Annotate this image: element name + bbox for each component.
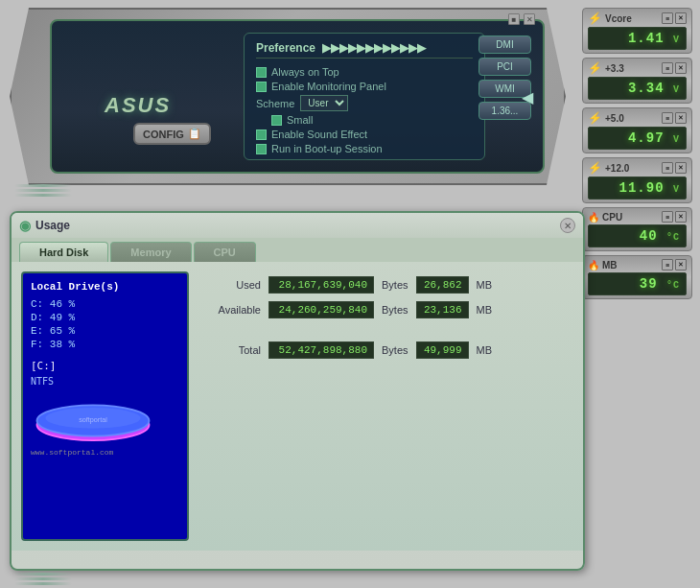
v33-meter: ⚡ +3.3 ≡ ✕ 3.34 V — [582, 58, 692, 104]
total-mb-value: 49,999 — [416, 341, 469, 359]
mb-close-btn[interactable]: ✕ — [675, 259, 687, 270]
vcore-unit: V — [673, 35, 680, 45]
disk-label: [C:] — [31, 360, 57, 372]
close-button[interactable]: ✕ — [524, 13, 535, 25]
stats-panel: Used 28,167,639,040 Bytes 26,862 MB Avai… — [198, 271, 573, 541]
pci-button[interactable]: PCI — [478, 58, 531, 76]
asus-logo: ASUS — [105, 93, 171, 118]
v120-close-btn[interactable]: ✕ — [675, 162, 687, 174]
pref-sound-effect[interactable]: Enable Sound Effect — [256, 129, 473, 140]
cpu-temp-meter: 🔥 CPU ≡ ✕ 40 °C — [582, 207, 692, 251]
pref-monitoring-panel[interactable]: Enable Monitoring Panel — [256, 81, 473, 92]
available-bytes-unit: Bytes — [382, 304, 408, 316]
tab-hard-disk[interactable]: Hard Disk — [19, 242, 108, 262]
v33-close-btn[interactable]: ✕ — [675, 62, 687, 74]
pref-small-row[interactable]: Small — [271, 114, 473, 126]
used-mb-unit: MB — [477, 279, 493, 291]
monitoring-panel-checkbox[interactable] — [256, 82, 267, 92]
v120-meter: ⚡ +12.0 ≡ ✕ 11.90 V — [582, 157, 692, 203]
boot-session-checkbox[interactable] — [256, 144, 267, 154]
config-button[interactable]: CONFIG 📋 — [133, 123, 211, 145]
mb-temp-icon: 🔥 — [588, 260, 599, 270]
cpu-temp-value: 40 — [640, 228, 658, 244]
v33-menu-btn[interactable]: ≡ — [662, 62, 673, 74]
v50-close-btn[interactable]: ✕ — [675, 112, 687, 124]
vcore-label: Vcore — [605, 13, 662, 24]
stat-row-total: Total 52,427,898,880 Bytes 49,999 MB — [203, 341, 569, 359]
total-bytes-value: 52,427,898,880 — [268, 341, 374, 359]
right-panel: ⚡ Vcore ≡ ✕ 1.41 V ⚡ +3.3 ≡ ✕ 3.34 V — [582, 8, 692, 299]
always-on-top-checkbox[interactable] — [256, 67, 267, 78]
drive-c: C: 46 % — [31, 298, 179, 310]
minimize-button[interactable]: ■ — [508, 13, 520, 25]
tab-cpu[interactable]: CPU — [194, 242, 256, 262]
nav-buttons: DMI PCI WMI 1.36... — [478, 35, 531, 120]
lightning-icon-v33: ⚡ — [588, 61, 602, 75]
vcore-display: 1.41 V — [588, 27, 687, 50]
dmi-button[interactable]: DMI — [478, 35, 531, 54]
v50-value: 4.97 — [628, 130, 665, 146]
v120-display: 11.90 V — [588, 176, 687, 200]
pref-always-on-top[interactable]: Always on Top — [256, 66, 473, 78]
cpu-temp-label: CPU — [602, 212, 662, 223]
usage-window: ◉ Usage ✕ Hard Disk Memory CPU Local Dri… — [10, 211, 585, 571]
usage-titlebar: ◉ Usage ✕ — [12, 213, 583, 238]
drive-panel: Local Drive(s) C: 46 % D: 49 % E: 65 % F… — [21, 271, 189, 541]
vcore-close-btn[interactable]: ✕ — [675, 12, 687, 24]
lightning-icon-v50: ⚡ — [588, 111, 602, 125]
total-mb-unit: MB — [477, 344, 493, 356]
small-checkbox[interactable] — [271, 115, 282, 126]
v33-label: +3.3 — [605, 63, 662, 74]
disk-icon-row: [C:] — [31, 360, 57, 372]
preference-panel: Preference ▶▶▶▶▶▶▶▶▶▶▶▶ Always on Top En… — [244, 33, 485, 160]
available-mb-value: 23,136 — [416, 301, 469, 318]
lightning-icon-v120: ⚡ — [588, 161, 602, 175]
spacer — [203, 326, 569, 334]
tab-memory[interactable]: Memory — [110, 242, 191, 262]
v50-meter: ⚡ +5.0 ≡ ✕ 4.97 V — [582, 107, 692, 153]
sound-effect-label: Enable Sound Effect — [271, 129, 367, 140]
available-label: Available — [203, 304, 261, 316]
lightning-icon-vcore: ⚡ — [588, 12, 602, 25]
preference-title: Preference ▶▶▶▶▶▶▶▶▶▶▶▶ — [256, 41, 473, 59]
drive-e: E: 65 % — [31, 325, 179, 337]
disk-visual: [C:] NTFS softportal www.softportal.com — [31, 360, 179, 457]
mb-temp-display: 39 °C — [588, 272, 687, 295]
nav-arrow[interactable]: ◀ — [522, 87, 533, 106]
cpu-temp-unit: °C — [666, 232, 680, 243]
window-controls: ■ ✕ — [506, 13, 535, 25]
v50-menu-btn[interactable]: ≡ — [662, 112, 673, 124]
watermark-text: www.softportal.com — [31, 448, 113, 457]
v120-menu-btn[interactable]: ≡ — [662, 162, 673, 174]
mb-menu-btn[interactable]: ≡ — [662, 259, 673, 270]
vcore-menu-btn[interactable]: ≡ — [662, 12, 673, 24]
cpu-close-btn[interactable]: ✕ — [675, 211, 687, 223]
used-bytes-unit: Bytes — [382, 279, 408, 291]
available-mb-unit: MB — [477, 304, 493, 316]
scheme-select[interactable]: User — [300, 95, 348, 111]
cpu-menu-btn[interactable]: ≡ — [662, 211, 673, 223]
pref-boot-session[interactable]: Run in Boot-up Session — [256, 143, 473, 154]
sound-effect-checkbox[interactable] — [256, 129, 267, 140]
drive-f: F: 38 % — [31, 339, 179, 350]
total-label: Total — [203, 344, 261, 356]
monitoring-panel-label: Enable Monitoring Panel — [271, 81, 386, 92]
cpu-temp-icon: 🔥 — [588, 212, 599, 223]
always-on-top-label: Always on Top — [271, 66, 339, 78]
v50-unit: V — [673, 134, 680, 145]
pref-scheme-row: Scheme User — [256, 95, 473, 111]
total-bytes-unit: Bytes — [382, 344, 408, 356]
vcore-value: 1.41 — [628, 31, 665, 46]
v120-label: +12.0 — [605, 163, 662, 174]
top-inner: ASUS CONFIG 📋 Preference ▶▶▶▶▶▶▶▶▶▶▶▶ Al… — [50, 19, 545, 174]
usage-close-button[interactable]: ✕ — [560, 218, 575, 233]
vcore-meter: ⚡ Vcore ≡ ✕ 1.41 V — [582, 8, 692, 54]
usage-tabs: Hard Disk Memory CPU — [12, 238, 583, 262]
v33-display: 3.34 V — [588, 77, 687, 100]
used-bytes-value: 28,167,639,040 — [268, 276, 374, 294]
usage-title-text: Usage — [35, 219, 70, 232]
v120-value: 11.90 — [619, 180, 665, 196]
scheme-label: Scheme — [256, 98, 294, 109]
used-mb-value: 26,862 — [416, 276, 469, 294]
small-label: Small — [287, 114, 314, 126]
